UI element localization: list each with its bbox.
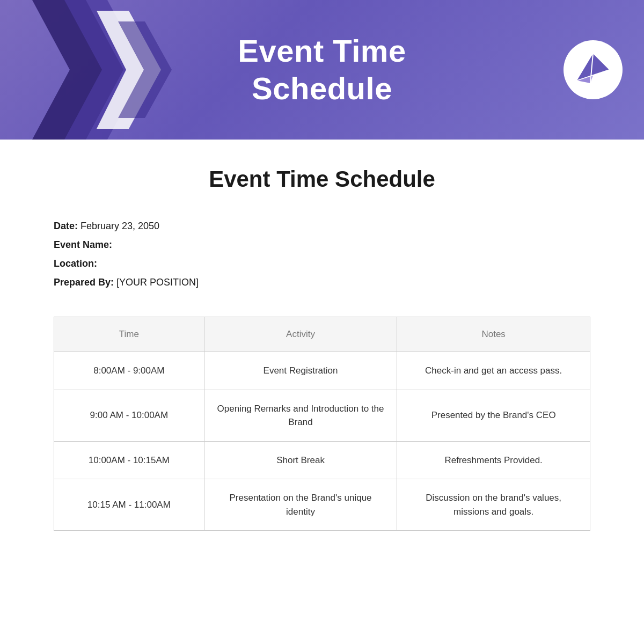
cell-activity: Event Registration <box>204 352 397 390</box>
cell-time: 10:15 AM - 11:00AM <box>54 479 204 531</box>
cell-notes: Check-in and get an access pass. <box>397 352 590 390</box>
header-logo <box>564 40 623 99</box>
cell-activity: Short Break <box>204 441 397 479</box>
meta-location: Location: <box>54 257 590 271</box>
cell-time: 10:00AM - 10:15AM <box>54 441 204 479</box>
meta-date: Date: February 23, 2050 <box>54 219 590 233</box>
cell-time: 9:00 AM - 10:00AM <box>54 390 204 441</box>
cell-notes: Refreshments Provided. <box>397 441 590 479</box>
meta-prepared-by: Prepared By: [YOUR POSITION] <box>54 275 590 290</box>
header-decoration <box>0 0 204 140</box>
header-notes: Notes <box>397 317 590 352</box>
table-row: 10:15 AM - 11:00AMPresentation on the Br… <box>54 479 590 531</box>
table-row: 9:00 AM - 10:00AMOpening Remarks and Int… <box>54 390 590 441</box>
schedule-table: Time Activity Notes 8:00AM - 9:00AMEvent… <box>54 317 590 531</box>
table-row: 10:00AM - 10:15AMShort BreakRefreshments… <box>54 441 590 479</box>
header-time: Time <box>54 317 204 352</box>
table-row: 8:00AM - 9:00AMEvent RegistrationCheck-i… <box>54 352 590 390</box>
meta-event-name: Event Name: <box>54 238 590 252</box>
main-content: Event Time Schedule Date: February 23, 2… <box>0 140 644 563</box>
table-header-row: Time Activity Notes <box>54 317 590 352</box>
cell-activity: Opening Remarks and Introduction to the … <box>204 390 397 441</box>
cell-notes: Discussion on the brand's values, missio… <box>397 479 590 531</box>
cell-time: 8:00AM - 9:00AM <box>54 352 204 390</box>
meta-section: Date: February 23, 2050 Event Name: Loca… <box>54 219 590 290</box>
cell-notes: Presented by the Brand's CEO <box>397 390 590 441</box>
header-activity: Activity <box>204 317 397 352</box>
page-header: Event Time Schedule <box>0 0 644 140</box>
header-title: Event Time Schedule <box>238 32 406 107</box>
cell-activity: Presentation on the Brand's unique ident… <box>204 479 397 531</box>
document-title: Event Time Schedule <box>54 166 590 192</box>
